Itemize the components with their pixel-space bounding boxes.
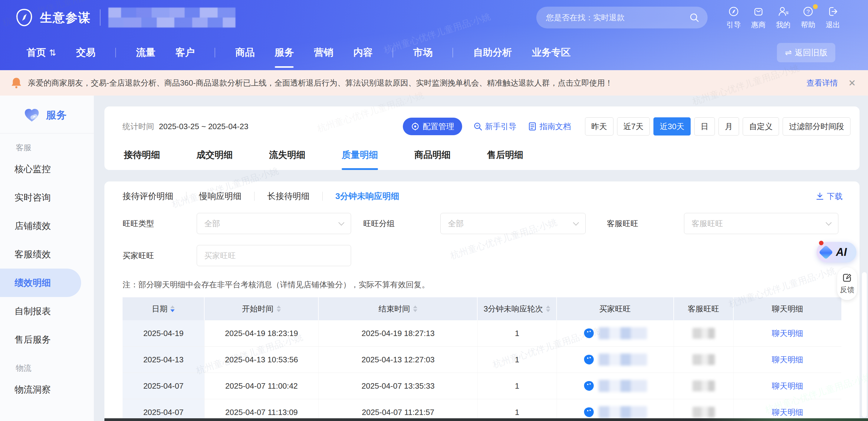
subtab-reception-rating[interactable]: 接待评价明细 — [123, 191, 174, 202]
nav-business-zone[interactable]: 业务专区 — [532, 35, 570, 70]
shop-bag-icon — [752, 5, 765, 18]
search-bar[interactable]: 您是否在找：实时退款 — [536, 7, 708, 28]
sidebar-title: 服务 — [46, 108, 67, 122]
nav-content[interactable]: 内容 — [353, 35, 373, 70]
sidebar-item-agent-performance[interactable]: 客服绩效 — [0, 240, 94, 268]
range-30days-button[interactable]: 近30天 — [653, 117, 691, 135]
sort-icons[interactable] — [413, 305, 417, 312]
subtab-3min-no-response[interactable]: 3分钟未响应明细 — [335, 191, 400, 202]
topbar: 生意参谋 您是否在找：实时退款 引导 惠商 我的 — [0, 0, 868, 35]
sidebar-item-custom-report[interactable]: 自制报表 — [0, 297, 94, 325]
agent-name-redacted — [692, 354, 715, 365]
guide-entry[interactable]: 引导 — [726, 5, 741, 30]
agent-cell — [674, 320, 734, 346]
wangwang-type-select[interactable]: 全部 — [197, 213, 351, 234]
col-header-end-time[interactable]: 结束时间 — [319, 297, 477, 320]
shop-benefit-entry[interactable]: 惠商 — [751, 5, 766, 30]
sidebar-item-performance-detail[interactable]: 绩效明细 — [0, 268, 81, 297]
chat-detail-link[interactable]: 聊天明细 — [772, 407, 803, 418]
nav-home[interactable]: 首页⇅ — [27, 35, 56, 70]
vertical-scrollbar[interactable] — [862, 272, 867, 417]
date-range-buttons: 昨天 近7天 近30天 日 月 自定义 过滤部分时间段 — [585, 117, 850, 135]
agent-wangwang-select[interactable]: 客服旺旺 — [684, 213, 838, 234]
feedback-button[interactable]: 反馈 — [837, 267, 857, 300]
chat-detail-link[interactable]: 聊天明细 — [772, 354, 803, 365]
nav-divider — [115, 48, 116, 58]
col-header-no-response-rounds[interactable]: 3分钟未响应轮次 — [477, 297, 557, 320]
sidebar-item-logistics-insight[interactable]: 物流洞察 — [0, 375, 94, 404]
app-header: 生意参谋 您是否在找：实时退款 引导 惠商 我的 — [0, 0, 868, 70]
nav-customer[interactable]: 客户 — [175, 35, 195, 70]
newbie-guide-button[interactable]: 新手引导 — [473, 121, 517, 132]
tab-reception-detail[interactable]: 接待明细 — [124, 140, 160, 170]
my-account-entry[interactable]: 我的 — [776, 5, 790, 30]
tab-aftersale-detail[interactable]: 售后明细 — [487, 140, 523, 170]
sidebar-item-core-monitor[interactable]: 核心监控 — [0, 155, 94, 183]
tab-deal-detail[interactable]: 成交明细 — [196, 140, 233, 170]
svg-text:?: ? — [807, 8, 810, 15]
download-button[interactable]: 下载 — [815, 191, 843, 202]
quality-subtabs: 接待评价明细 慢响应明细 长接待明细 3分钟未响应明细 下载 — [104, 182, 860, 202]
wangwang-group-select[interactable]: 全部 — [440, 213, 586, 234]
chat-detail-link[interactable]: 聊天明细 — [772, 381, 803, 391]
range-7days-button[interactable]: 近7天 — [617, 117, 650, 135]
buyer-wangwang-input[interactable] — [197, 245, 351, 266]
help-entry[interactable]: ? 帮助 — [801, 5, 815, 30]
buyer-name-redacted — [599, 327, 647, 339]
tab-goods-detail[interactable]: 商品明细 — [414, 140, 451, 170]
logout-entry[interactable]: 退出 — [826, 5, 840, 30]
wangwang-icon — [584, 407, 594, 418]
close-icon[interactable]: ✕ — [848, 78, 856, 88]
config-manage-button[interactable]: 配置管理 — [403, 118, 462, 135]
col-header-date[interactable]: 日期 — [123, 297, 205, 320]
buyer-cell — [557, 373, 674, 399]
stat-time: 统计时间 2025-03-25 ~ 2025-04-23 — [123, 121, 248, 132]
nav-self-analysis[interactable]: 自助分析 — [473, 35, 512, 70]
nav-goods[interactable]: 商品 — [235, 35, 254, 70]
logout-icon — [827, 5, 839, 18]
brand[interactable]: 生意参谋 — [14, 8, 91, 27]
banner-text: 亲爱的商家朋友，交易-全店退款分析、商品360-商品退款分析已上线，全面透析退后… — [28, 78, 801, 88]
chevron-down-icon — [826, 220, 832, 226]
wangwang-type-label: 旺旺类型 — [123, 218, 197, 229]
subtab-long-reception[interactable]: 长接待明细 — [267, 191, 310, 202]
subtab-slow-response[interactable]: 慢响应明细 — [199, 191, 242, 202]
agent-cell — [674, 399, 734, 421]
switch-icon: ⇅ — [49, 48, 56, 58]
sidebar-group-logistics: 物流 — [0, 354, 94, 375]
tab-loss-detail[interactable]: 流失明细 — [269, 140, 305, 170]
tab-quality-detail[interactable]: 质量明细 — [342, 140, 378, 170]
sidebar-item-realtime-consult[interactable]: 实时咨询 — [0, 183, 94, 212]
sidebar-item-shop-performance[interactable]: 店铺绩效 — [0, 212, 94, 240]
chat-detail-link[interactable]: 聊天明细 — [772, 328, 803, 339]
nav-marketing[interactable]: 营销 — [314, 35, 333, 70]
view-details-link[interactable]: 查看详情 — [807, 78, 838, 88]
filter-row-1: 旺旺类型 全部 旺旺分组 全部 客服旺旺 客服旺旺 — [104, 213, 860, 234]
nav-market[interactable]: 市场 — [413, 35, 433, 70]
ai-assistant-button[interactable]: AI — [816, 242, 857, 262]
range-month-button[interactable]: 月 — [718, 117, 739, 135]
range-yesterday-button[interactable]: 昨天 — [585, 117, 614, 135]
range-custom-button[interactable]: 自定义 — [743, 117, 779, 135]
range-day-button[interactable]: 日 — [694, 117, 715, 135]
wangwang-icon — [584, 381, 594, 391]
search-icon[interactable] — [689, 12, 700, 23]
guide-doc-button[interactable]: 指南文档 — [528, 121, 571, 132]
sort-icons[interactable] — [170, 305, 175, 312]
col-header-start-time[interactable]: 开始时间 — [205, 297, 319, 320]
notification-dot — [813, 4, 818, 9]
swap-icon: ⇌ — [785, 48, 792, 58]
agent-cell — [674, 347, 734, 373]
buyer-wangwang-label: 买家旺旺 — [123, 251, 197, 261]
sort-icons[interactable] — [277, 305, 281, 312]
detail-tabs: 接待明细 成交明细 流失明细 质量明细 商品明细 售后明细 — [104, 140, 860, 170]
back-to-old-version-button[interactable]: ⇌返回旧版 — [777, 43, 835, 62]
col-header-buyer-wangwang: 买家旺旺 — [557, 297, 674, 320]
sidebar-item-aftersale-service[interactable]: 售后服务 — [0, 325, 94, 354]
filter-time-periods-button[interactable]: 过滤部分时间段 — [783, 117, 850, 135]
service-heart-icon — [24, 108, 40, 123]
sort-icons[interactable] — [546, 305, 550, 312]
nav-service[interactable]: 服务 — [275, 35, 294, 70]
nav-trade[interactable]: 交易 — [76, 35, 95, 70]
nav-traffic[interactable]: 流量 — [136, 35, 155, 70]
